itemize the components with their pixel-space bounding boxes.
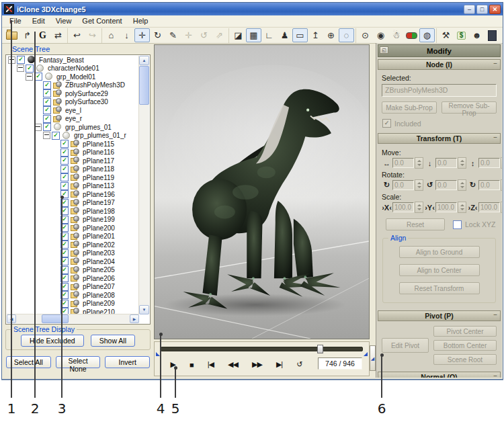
menu-file[interactable]: File	[4, 16, 27, 26]
value-field[interactable]: 100.0	[478, 202, 500, 212]
tree-row[interactable]: ✓pPlane116	[7, 148, 139, 157]
tree-row[interactable]: ✓polySurface30	[7, 98, 139, 107]
node-section-header[interactable]: Node (I) −	[378, 59, 501, 70]
node-checkbox[interactable]: ✓	[60, 173, 69, 181]
tree-row[interactable]: ✓pPlane209	[7, 300, 139, 308]
spin-up-icon[interactable]	[460, 182, 464, 184]
tree-row[interactable]: ✓grp_plumes_01_r	[7, 132, 139, 140]
spin-down-icon[interactable]	[417, 208, 421, 210]
tree-row[interactable]: ✓pPlane117	[7, 157, 139, 165]
spin-down-icon[interactable]	[460, 164, 464, 166]
minimize-button[interactable]: –	[464, 5, 475, 14]
tree-row[interactable]: ✓pPlane196	[7, 190, 139, 199]
value-field[interactable]: 0.0	[392, 158, 414, 168]
scroll-down-button[interactable]: ▼	[139, 305, 149, 314]
timeline-slider[interactable]	[161, 345, 363, 352]
menu-edit[interactable]: Edit	[27, 16, 50, 26]
first-frame-button[interactable]: |◀	[206, 359, 215, 370]
axis-toggle-button[interactable]: ∟	[261, 28, 277, 42]
bottom-center-button[interactable]: Bottom Center	[433, 340, 497, 351]
bulb-light-button[interactable]: ⊙	[358, 28, 373, 42]
spinner[interactable]	[415, 157, 423, 169]
convert-button[interactable]: ⇄	[50, 28, 66, 42]
spin-up-icon[interactable]	[460, 160, 464, 162]
rotate-tool-button[interactable]: ↻	[150, 28, 165, 42]
align-to-center-button[interactable]: Align to Center	[399, 264, 480, 276]
value-field[interactable]: 100.0	[435, 202, 457, 212]
fast-forward-button[interactable]: ▶▶	[251, 359, 263, 370]
character-preview-button[interactable]: ☃	[388, 28, 404, 42]
preview-mode-button[interactable]: ◪	[230, 28, 246, 42]
node-checkbox[interactable]: ✓	[26, 65, 34, 73]
scale-object-button[interactable]: ⇗	[212, 28, 227, 42]
node-checkbox[interactable]: ✓	[60, 148, 69, 157]
expander-toggle[interactable]	[17, 65, 24, 72]
timeline-thumb[interactable]	[317, 345, 323, 353]
spin-down-icon[interactable]	[460, 186, 464, 188]
spinner[interactable]	[458, 157, 466, 169]
value-field[interactable]: 0.0	[435, 180, 457, 190]
tree-row[interactable]: ✓grp_plumes_01	[7, 123, 139, 132]
spinner[interactable]	[501, 157, 502, 169]
tree-row[interactable]: ✓pPlane113	[7, 182, 139, 191]
node-checkbox[interactable]: ✓	[43, 123, 51, 131]
node-checkbox[interactable]: ✓	[43, 115, 51, 123]
spinner[interactable]	[501, 202, 502, 213]
spin-up-icon[interactable]	[417, 182, 421, 184]
viewport-3d[interactable]	[154, 44, 370, 339]
frame-counter[interactable]: 746 / 946	[318, 357, 362, 370]
collapse-icon[interactable]: −	[493, 134, 497, 142]
scroll-right-button[interactable]: ▶	[130, 314, 139, 323]
lock-xyz-checkbox[interactable]	[453, 220, 462, 229]
rotate-object-button[interactable]: ↺	[196, 28, 212, 42]
range-end-marker-icon[interactable]	[364, 352, 368, 356]
ambient-light-button[interactable]: ◌	[339, 28, 354, 42]
show-all-button[interactable]: Show All	[91, 335, 135, 347]
selected-node-field[interactable]: ZBrushPolyMesh3D	[382, 84, 497, 97]
maximize-button[interactable]: □	[476, 5, 488, 14]
pivot-center-button[interactable]: Pivot Center	[433, 326, 497, 337]
node-checkbox[interactable]: ✓	[43, 89, 51, 97]
panel-splitter[interactable]: ◢	[370, 43, 376, 378]
scene-root-button[interactable]: Scene Root	[433, 354, 497, 365]
tree-vertical-scrollbar[interactable]: ▲ ▼	[138, 56, 149, 314]
tree-row[interactable]: ✓pPlane207	[7, 283, 139, 292]
menu-help[interactable]: Help	[128, 16, 154, 26]
spinner[interactable]	[458, 179, 466, 191]
grid-toggle-button[interactable]: ▦	[246, 28, 261, 42]
spin-down-icon[interactable]	[417, 164, 421, 166]
pick-tool-button[interactable]: ✎	[165, 28, 181, 42]
node-checkbox[interactable]: ✓	[43, 106, 51, 114]
close-button[interactable]: ✕	[489, 5, 501, 14]
edit-pivot-button[interactable]: Edit Pivot	[382, 338, 429, 353]
collapse-icon[interactable]: −	[493, 311, 497, 319]
node-checkbox[interactable]: ✓	[60, 140, 69, 148]
vertical-scroll-thumb[interactable]	[139, 66, 149, 105]
tree-row[interactable]: ✓pPlane201	[7, 232, 139, 241]
remove-sub-prop-button[interactable]: Remove Sub-Prop	[442, 101, 497, 114]
transform-section-header[interactable]: Transform (T) −	[378, 133, 501, 144]
tree-row[interactable]: ✓pPlane204	[7, 257, 139, 266]
wireframe-globe-button[interactable]: ⊕	[323, 28, 339, 42]
titlebar[interactable]: iClone 3DXchange5 – □ ✕	[2, 3, 503, 15]
node-checkbox[interactable]: ✓	[60, 165, 69, 173]
export-button[interactable]: ↱	[19, 28, 35, 42]
tree-row[interactable]: ✓pPlane206	[7, 274, 139, 283]
select-all-button[interactable]: Select All	[6, 356, 51, 368]
align-to-ground-button[interactable]: Align to Ground	[399, 246, 480, 258]
value-field[interactable]: 0.0	[435, 158, 457, 168]
spinner[interactable]	[458, 202, 466, 213]
make-sub-prop-button[interactable]: Make Sub-Prop	[382, 101, 437, 114]
home-view-button[interactable]: ⌂	[103, 28, 119, 42]
value-field[interactable]: 0.0	[478, 158, 500, 168]
spin-up-icon[interactable]	[417, 160, 421, 162]
scroll-up-button[interactable]: ▲	[139, 56, 149, 65]
drop-to-ground-button[interactable]: ↓	[119, 28, 134, 42]
expander-toggle[interactable]	[43, 132, 50, 139]
modify-dock-button[interactable]: ◱	[380, 46, 388, 54]
tree-row[interactable]: ✓pPlane203	[7, 249, 139, 258]
tree-row[interactable]: ✓grp_Model01	[7, 73, 139, 81]
tree-row[interactable]: ✓eye_l	[7, 106, 139, 115]
tree-row[interactable]: ✓pPlane115	[7, 140, 139, 148]
expander-toggle[interactable]	[26, 73, 33, 81]
